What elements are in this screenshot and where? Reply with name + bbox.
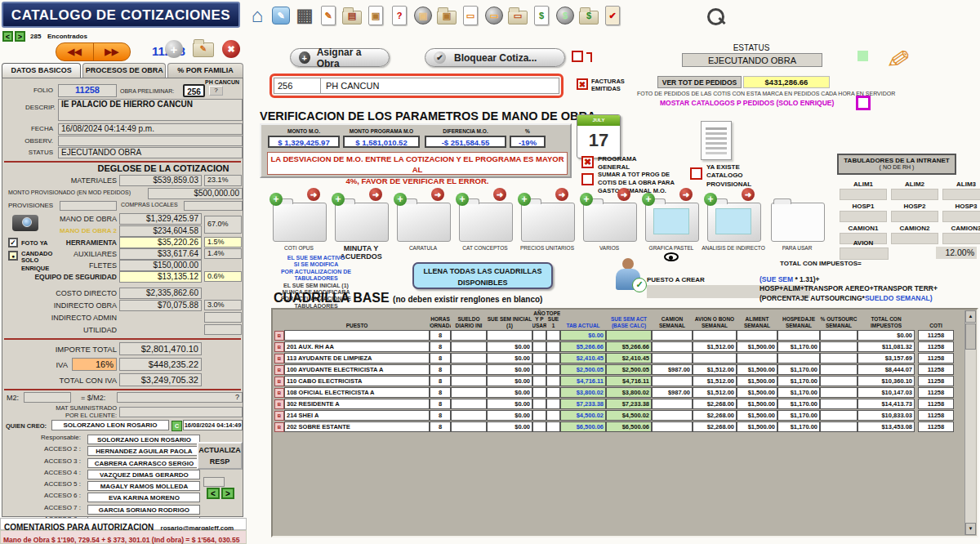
obra-help-button[interactable]: ? — [209, 86, 223, 96]
cell-sue-sem-inicial[interactable]: $0.00 — [487, 387, 532, 398]
cell-sem-tope[interactable] — [546, 399, 560, 409]
folder-bricks-icon[interactable]: ▤ — [341, 5, 363, 26]
cell-sueldo-diario[interactable] — [451, 421, 487, 432]
add-coti-opus-icon[interactable]: + — [270, 193, 283, 206]
cell-outsourc[interactable] — [820, 387, 858, 398]
cell-avion[interactable]: $1,512.00 — [693, 387, 737, 398]
tabulador-value[interactable] — [891, 189, 938, 200]
utilidad-pct[interactable] — [204, 324, 242, 335]
sphere-box-icon[interactable]: ▣ — [412, 5, 434, 26]
cell-hospedaje[interactable] — [777, 330, 820, 341]
folder-dollar-icon[interactable]: $ — [578, 5, 599, 26]
add-precios-icon[interactable]: + — [518, 193, 531, 206]
cell-horas[interactable]: 8 — [430, 410, 451, 421]
cell-puesto[interactable]: 108 OFICIAL ELECTRICISTA A — [284, 387, 430, 398]
calendar-mini-icon[interactable]: C — [172, 421, 182, 431]
folder-varios[interactable] — [583, 203, 637, 242]
cell-aliment[interactable]: $1,500.00 — [737, 387, 777, 398]
cell-camion[interactable] — [652, 353, 693, 363]
cell-sue-sem-inicial[interactable]: $0.00 — [487, 341, 532, 352]
cell-avion[interactable]: $2,268.00 — [693, 421, 737, 432]
cell-hospedaje[interactable]: $1,170.00 — [777, 421, 820, 432]
cell-outsourc[interactable] — [820, 376, 858, 386]
cell-hospedaje[interactable]: $1,170.00 — [777, 410, 820, 421]
cell-camion[interactable] — [652, 410, 693, 421]
cell-horas[interactable]: 8 — [430, 353, 451, 363]
foto-ya-checkbox[interactable]: ✓ — [8, 238, 18, 247]
row-edit-button[interactable]: B — [274, 354, 284, 363]
acceso-value[interactable]: GARCIA SORIANO RODRIGO — [87, 505, 200, 515]
cell-avion[interactable]: $1,512.00 — [693, 341, 737, 352]
cell-sueldo-diario[interactable] — [451, 353, 487, 363]
mat-suministrado-value[interactable] — [119, 407, 243, 417]
cell-aliment[interactable]: $1,500.00 — [737, 364, 777, 375]
nav-prev-small-button[interactable]: < — [2, 31, 13, 42]
cell-sue-sem-inicial[interactable]: $0.00 — [487, 421, 532, 432]
cell-puesto[interactable]: 110 CABO ELECTRICISTA — [284, 376, 430, 386]
cell-sem-tope[interactable] — [546, 410, 560, 421]
cell-puesto[interactable]: 113 AYUDANTE DE LIMPIEZA — [284, 353, 430, 363]
scroll-up-icon[interactable]: ▲ — [965, 310, 976, 323]
ver-tot-pedidos-button[interactable]: VER TOT DE PEDIDOS — [657, 76, 742, 88]
acceso-value[interactable]: SOLORZANO LEON ROSARIO — [87, 435, 200, 444]
row-edit-button[interactable]: B — [274, 422, 284, 432]
cell-avion[interactable]: $1,512.00 — [693, 376, 737, 386]
cell-hospedaje[interactable] — [777, 353, 820, 363]
cell-camion[interactable] — [652, 376, 693, 386]
sumar-checkbox[interactable] — [581, 173, 594, 185]
record-prev-button[interactable]: ◀◀ — [56, 43, 94, 60]
add-analisis-icon[interactable]: + — [704, 193, 717, 206]
nav-next-small-button[interactable]: > — [15, 31, 25, 42]
calendar-icon[interactable]: JULY 17 — [577, 114, 621, 158]
cell-outsourc[interactable] — [820, 410, 858, 421]
folder-minuta[interactable] — [335, 203, 389, 242]
add-varios-icon[interactable]: + — [580, 193, 593, 206]
cell-ano[interactable] — [532, 421, 546, 432]
cell-horas[interactable]: 8 — [430, 376, 451, 386]
cell-sem-tope[interactable] — [546, 376, 560, 386]
cell-ano[interactable] — [532, 410, 546, 421]
bloquear-checkbox[interactable] — [572, 51, 583, 62]
cell-puesto[interactable]: 201 AUX. RH AA — [284, 341, 430, 352]
cell-avion[interactable]: $2,268.00 — [693, 399, 737, 409]
compras-locales-value[interactable] — [184, 201, 243, 211]
cell-aliment[interactable]: $1,500.00 — [737, 410, 777, 421]
cell-sueldo-diario[interactable] — [451, 376, 487, 386]
cell-sem-tope[interactable] — [546, 421, 560, 432]
tab-por-familia[interactable]: % POR FAMILIA — [167, 63, 243, 78]
home-icon[interactable]: ⌂ — [247, 5, 268, 26]
cell-sueldo-diario[interactable] — [451, 364, 487, 375]
cell-camion[interactable] — [652, 330, 693, 341]
row-edit-button[interactable]: B — [274, 399, 284, 409]
acceso-value[interactable]: VAZQUEZ DIMAS GERARDO — [87, 470, 200, 479]
iva-pct[interactable]: 16% — [72, 358, 117, 371]
folder-cat-conceptos[interactable] — [459, 203, 513, 242]
cell-ano[interactable] — [532, 387, 546, 398]
folder-box-icon[interactable]: ▣ — [436, 5, 457, 26]
cell-sueldo-diario[interactable] — [451, 387, 487, 398]
folder-precios-unitarios[interactable] — [521, 203, 575, 242]
row-edit-button[interactable]: B — [274, 411, 284, 421]
asignar-a-obra-button[interactable]: + Asignar a Obra — [290, 48, 390, 67]
cell-camion[interactable]: $987.00 — [652, 364, 693, 375]
add-record-icon[interactable]: + — [165, 40, 183, 58]
dollar-doc-icon[interactable]: $ — [531, 5, 552, 26]
truck-doc-icon[interactable]: ▭ — [460, 5, 481, 26]
add-minuta-icon[interactable]: + — [332, 193, 345, 206]
cell-horas[interactable]: 8 — [430, 364, 451, 375]
cell-outsourc[interactable] — [820, 399, 858, 409]
go-coti-opus-icon[interactable]: ➜ — [307, 188, 320, 201]
go-grafica-icon[interactable]: ➜ — [679, 188, 693, 201]
bloquear-cotiza-button[interactable]: ✔ Bloquear Cotiza... — [425, 48, 565, 67]
add-caratula-icon[interactable]: + — [394, 193, 407, 206]
cell-horas[interactable]: 8 — [430, 387, 451, 398]
cell-horas[interactable]: 8 — [430, 399, 451, 409]
row-edit-button[interactable]: B — [274, 377, 284, 386]
row-edit-button[interactable]: B — [274, 388, 284, 398]
cell-puesto[interactable] — [284, 330, 430, 341]
acceso-value[interactable]: HERNANDEZ AGUILAR PAOLA — [87, 446, 200, 456]
tools-icon[interactable]: ✎ — [270, 5, 292, 26]
tabulador-value[interactable] — [942, 233, 980, 244]
cell-sue-sem-inicial[interactable]: $0.00 — [487, 410, 532, 421]
programa-general-checkbox[interactable]: ✖ — [581, 156, 594, 168]
